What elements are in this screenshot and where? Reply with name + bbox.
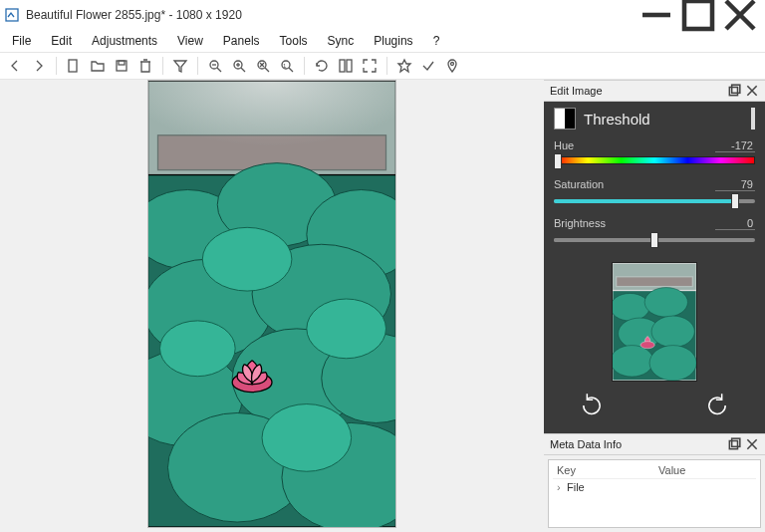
minimize-button[interactable]: [636, 1, 677, 29]
preview-thumbnail: [612, 262, 697, 382]
nav-forward-button[interactable]: [30, 57, 48, 75]
svg-line-16: [265, 68, 269, 72]
svg-line-12: [241, 68, 245, 72]
menu-tools[interactable]: Tools: [270, 32, 318, 50]
menu-sync[interactable]: Sync: [318, 32, 365, 50]
filter-icon[interactable]: [171, 57, 189, 75]
svg-rect-44: [729, 88, 737, 96]
brightness-label: Brightness: [554, 217, 606, 230]
menu-adjustments[interactable]: Adjustments: [82, 32, 167, 50]
meta-row-key: File: [567, 481, 585, 493]
menu-view[interactable]: View: [167, 32, 213, 50]
right-panel-stack: Edit Image Threshold Hue -172: [544, 80, 765, 532]
svg-line-9: [217, 68, 221, 72]
svg-point-40: [307, 299, 386, 359]
edit-image-panel-header: Edit Image: [544, 80, 765, 102]
tag-check-icon[interactable]: [419, 57, 437, 75]
menu-panels[interactable]: Panels: [213, 32, 270, 50]
panel-close-icon[interactable]: [745, 84, 759, 98]
meta-col-value: Value: [654, 464, 756, 476]
svg-rect-59: [732, 438, 740, 446]
svg-rect-2: [684, 1, 712, 29]
menu-edit[interactable]: Edit: [41, 32, 82, 50]
hue-control: Hue -172: [554, 139, 755, 170]
svg-point-51: [613, 293, 649, 321]
brightness-value[interactable]: 0: [715, 217, 755, 230]
svg-point-57: [640, 342, 654, 349]
svg-marker-24: [398, 60, 410, 72]
svg-point-54: [651, 316, 694, 347]
nav-back-button[interactable]: [6, 57, 24, 75]
zoom-actual-icon[interactable]: 1: [278, 57, 296, 75]
panel-undock-icon[interactable]: [727, 437, 741, 451]
meta-col-key: Key: [553, 464, 654, 476]
menu-plugins[interactable]: Plugins: [364, 32, 422, 50]
meta-data-panel-title: Meta Data Info: [550, 438, 723, 450]
zoom-fit-icon[interactable]: [254, 57, 272, 75]
rotate-left-button[interactable]: [578, 392, 606, 419]
title-bar: Beautiful Flower 2855.jpg* - 1080 x 1920: [0, 0, 765, 30]
svg-point-42: [262, 404, 352, 472]
svg-rect-58: [729, 441, 737, 449]
menu-help[interactable]: ?: [423, 32, 450, 50]
fullscreen-icon[interactable]: [361, 57, 379, 75]
svg-rect-45: [732, 85, 740, 93]
hue-label: Hue: [554, 139, 574, 152]
brightness-slider[interactable]: [554, 234, 755, 248]
svg-rect-23: [347, 60, 352, 72]
meta-row[interactable]: › File: [553, 479, 756, 495]
canvas-area[interactable]: [0, 80, 544, 532]
svg-rect-49: [617, 277, 693, 287]
saturation-value[interactable]: 79: [715, 178, 755, 191]
svg-rect-22: [340, 60, 345, 72]
layout-icon[interactable]: [337, 57, 355, 75]
edited-image: [147, 80, 396, 528]
zoom-out-icon[interactable]: [206, 57, 224, 75]
saturation-slider[interactable]: [554, 195, 755, 209]
window-title: Beautiful Flower 2855.jpg* - 1080 x 1920: [26, 8, 636, 22]
svg-rect-5: [69, 60, 77, 72]
svg-point-39: [202, 227, 292, 291]
brightness-control: Brightness 0: [554, 217, 755, 248]
saturation-label: Saturation: [554, 178, 604, 191]
expand-icon[interactable]: ›: [557, 481, 567, 493]
new-file-icon[interactable]: [65, 57, 83, 75]
svg-point-56: [649, 346, 696, 381]
saturation-control: Saturation 79: [554, 178, 755, 209]
refresh-icon[interactable]: [313, 57, 331, 75]
zoom-in-icon[interactable]: [230, 57, 248, 75]
close-button[interactable]: [719, 1, 761, 29]
meta-data-panel-header: Meta Data Info: [544, 433, 765, 455]
panel-options-icon[interactable]: [751, 108, 755, 130]
threshold-icon: [554, 108, 576, 130]
save-icon[interactable]: [113, 57, 130, 75]
svg-point-41: [160, 321, 236, 377]
app-icon: [4, 7, 20, 23]
toolbar: 1: [0, 52, 765, 80]
rotate-right-button[interactable]: [703, 392, 731, 419]
maximize-button[interactable]: [677, 1, 719, 29]
svg-point-52: [644, 288, 687, 318]
svg-point-25: [451, 63, 454, 66]
delete-icon[interactable]: [136, 57, 154, 75]
rating-icon[interactable]: [395, 57, 413, 75]
hue-value[interactable]: -172: [715, 139, 755, 152]
content-area: Edit Image Threshold Hue -172: [0, 80, 765, 532]
menu-file[interactable]: File: [2, 32, 41, 50]
edit-image-panel-title: Edit Image: [550, 85, 723, 97]
svg-text:1: 1: [283, 63, 287, 69]
hue-slider[interactable]: [554, 156, 755, 170]
panel-close-icon[interactable]: [745, 437, 759, 451]
meta-data-panel: Key Value › File: [548, 459, 761, 528]
open-folder-icon[interactable]: [89, 57, 107, 75]
svg-point-55: [613, 346, 653, 377]
panel-undock-icon[interactable]: [727, 84, 741, 98]
location-pin-icon[interactable]: [443, 57, 461, 75]
threshold-title: Threshold: [584, 111, 650, 128]
svg-rect-7: [119, 61, 125, 65]
edit-image-panel: Threshold Hue -172 Saturation 79: [544, 102, 765, 433]
svg-line-20: [289, 68, 293, 72]
